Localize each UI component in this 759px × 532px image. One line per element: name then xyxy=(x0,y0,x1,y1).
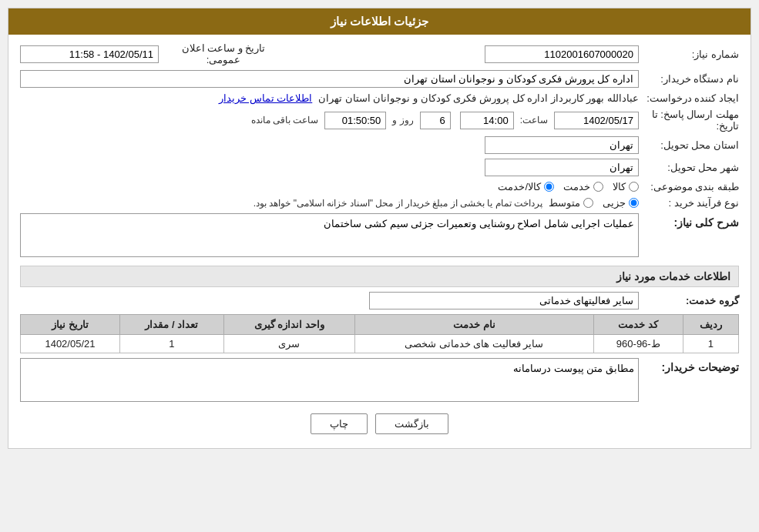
col-code: کد خدمت xyxy=(593,315,683,335)
service-group-input[interactable] xyxy=(369,292,639,309)
process-jozi-option[interactable]: جزیی xyxy=(603,197,639,209)
back-button[interactable]: بازگشت xyxy=(375,413,448,434)
org-name-input[interactable] xyxy=(20,70,639,88)
category-khadamat-option[interactable]: خدمت xyxy=(563,181,603,192)
cell-radif: 1 xyxy=(683,335,738,353)
category-kala-khadamat-label: کالا/خدمت xyxy=(498,181,541,192)
description-textarea[interactable] xyxy=(20,213,639,257)
category-label: طبقه بندی موضوعی: xyxy=(639,181,739,192)
deadline-label: مهلت ارسال پاسخ: تا تاریخ: xyxy=(639,109,739,132)
col-quantity: تعداد / مقدار xyxy=(119,315,223,335)
process-jozi-label: جزیی xyxy=(603,197,626,209)
city-input[interactable] xyxy=(485,159,639,176)
deadline-remaining-input[interactable] xyxy=(324,112,386,129)
col-unit: واحد اندازه گیری xyxy=(223,315,354,335)
category-kala-khadamat-option[interactable]: کالا/خدمت xyxy=(498,181,554,192)
province-label: استان محل تحویل: xyxy=(639,139,739,151)
description-section-label: شرح کلی نیاز: xyxy=(639,213,739,229)
deadline-time-label: ساعت: xyxy=(520,115,548,125)
category-kala-label: کالا xyxy=(613,181,626,192)
cell-name: سایر فعالیت های خدماتی شخصی xyxy=(354,335,593,353)
process-label: نوع فرآیند خرید : xyxy=(639,197,739,209)
table-row: 1ط-96-960سایر فعالیت های خدماتی شخصیسری1… xyxy=(21,335,739,353)
contact-link[interactable]: اطلاعات تماس خریدار xyxy=(219,92,312,104)
cell-unit: سری xyxy=(223,335,354,353)
city-label: شهر محل تحویل: xyxy=(639,162,739,173)
cell-date: 1402/05/21 xyxy=(21,335,120,353)
service-group-label: گروه خدمت: xyxy=(639,295,739,306)
services-section-label: اطلاعات خدمات مورد نیاز xyxy=(20,266,739,287)
requester-value: عبادالله بهور کاربرداز اداره کل پرورش فک… xyxy=(318,92,639,104)
col-date: تاریخ نیاز xyxy=(21,315,120,335)
need-number-input[interactable] xyxy=(485,45,639,63)
province-input[interactable] xyxy=(485,136,639,154)
org-name-label: نام دستگاه خریدار: xyxy=(639,73,739,85)
services-table: ردیف کد خدمت نام خدمت واحد اندازه گیری ت… xyxy=(20,314,739,353)
requester-label: ایجاد کننده درخواست: xyxy=(639,92,739,104)
col-radif: ردیف xyxy=(683,315,738,335)
buyer-notes-textarea[interactable] xyxy=(20,358,639,402)
process-note: پرداخت تمام یا بخشی از مبلغ خریدار از مح… xyxy=(254,198,542,209)
announce-datetime-input[interactable] xyxy=(20,45,159,63)
process-motavaset-option[interactable]: متوسط xyxy=(549,197,593,209)
deadline-remaining-label: ساعت باقی مانده xyxy=(251,115,319,125)
category-kala-option[interactable]: کالا xyxy=(613,181,639,192)
deadline-time-input[interactable] xyxy=(460,112,514,129)
col-name: نام خدمت xyxy=(354,315,593,335)
category-khadamat-label: خدمت xyxy=(563,181,590,192)
deadline-days-input[interactable] xyxy=(420,112,451,129)
deadline-days-label: روز و xyxy=(392,115,413,125)
print-button[interactable]: چاپ xyxy=(311,413,368,434)
buyer-notes-label: توضیحات خریدار: xyxy=(639,358,739,373)
page-title: جزئیات اطلاعات نیاز xyxy=(8,8,751,35)
need-number-label: شماره نیاز: xyxy=(639,49,739,60)
deadline-date-input[interactable] xyxy=(554,112,639,129)
cell-quantity: 1 xyxy=(119,335,223,353)
process-motavaset-label: متوسط xyxy=(549,197,580,209)
cell-code: ط-96-960 xyxy=(593,335,683,353)
announce-datetime-label: تاریخ و ساعت اعلان عمومی: xyxy=(159,42,282,65)
